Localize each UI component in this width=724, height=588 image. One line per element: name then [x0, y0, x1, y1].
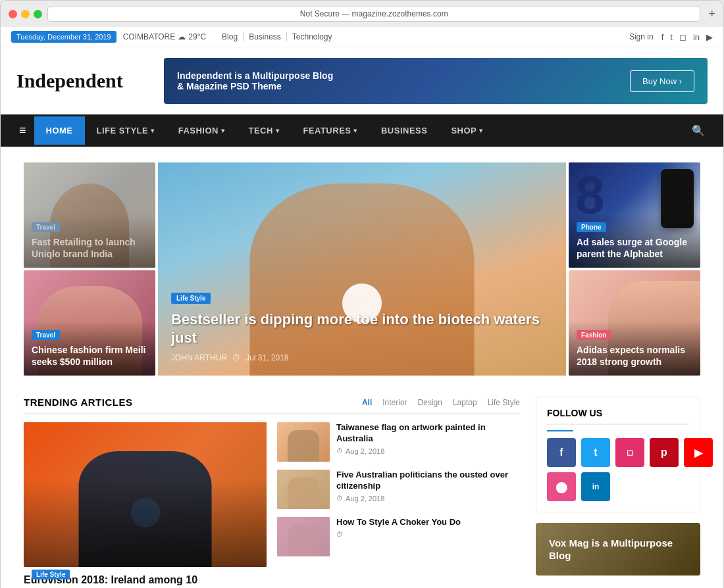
hero-card-3[interactable]: Travel Chinese fashion firm Meili seeks … — [24, 270, 155, 376]
trending-item-2-info: Five Australian politicians the ousted o… — [336, 470, 520, 502]
hero-card-2-overlay: Phone Ad sales surge at Google parent th… — [569, 213, 700, 268]
twitter-button[interactable]: t — [581, 438, 610, 467]
pinterest-button[interactable]: p — [650, 438, 679, 467]
trending-item-2-title: Five Australian politicians the ousted o… — [336, 470, 520, 492]
follow-divider — [547, 430, 573, 431]
nav-fashion-label: FASHION — [178, 126, 219, 135]
list-item[interactable]: Five Australian politicians the ousted o… — [277, 470, 520, 509]
filter-all[interactable]: All — [362, 398, 372, 407]
trending-item-2-date: Aug 2, 2018 — [346, 495, 384, 502]
trending-item-3-meta: ⏱ — [336, 531, 520, 538]
trending-item-2-meta: ⏱ Aug 2, 2018 — [336, 495, 520, 502]
hero-card-4-overlay: Fashion Adidas expects normalis 2018 str… — [569, 321, 700, 376]
banner-buy-button[interactable]: Buy Now › — [630, 70, 694, 92]
filter-interior[interactable]: Interior — [382, 398, 407, 407]
nav-features-label: FEATURES — [303, 126, 351, 135]
hamburger-menu[interactable]: ≡ — [11, 114, 34, 147]
dribbble-button[interactable]: ⬤ — [547, 472, 576, 501]
nav-tech[interactable]: TECH ▾ — [236, 116, 291, 145]
nav-shop[interactable]: SHOP ▾ — [439, 116, 494, 145]
minimize-button[interactable] — [21, 10, 30, 18]
maximize-button[interactable] — [34, 10, 42, 18]
trending-filters: All Interior Design Laptop Life Style — [362, 398, 520, 407]
topbar-youtube-link[interactable]: ▶ — [706, 32, 713, 42]
hero-card-3-tag: Travel — [32, 330, 60, 340]
nav-search-button[interactable]: 🔍 — [684, 115, 713, 146]
nav-lifestyle-label: LIFE STYLE — [97, 126, 149, 135]
trending-item-1-date: Aug 2, 2018 — [346, 447, 384, 455]
main-navbar: ≡ HOME LIFE STYLE ▾ FASHION ▾ TECH ▾ — [1, 114, 723, 147]
instagram-button[interactable]: ◻ — [615, 438, 644, 467]
linkedin-button[interactable]: in — [581, 472, 610, 501]
hero-center-meta: JOHN ARTHUR ⏱ Jul 31, 2018 — [171, 353, 553, 362]
nav-home[interactable]: HOME — [34, 116, 85, 145]
close-button[interactable] — [9, 10, 17, 18]
filter-laptop[interactable]: Laptop — [453, 398, 477, 407]
trending-item-1-image — [277, 422, 330, 462]
website-content: Tuesday, December 31, 2019 COIMBATORE ☁ … — [1, 27, 723, 588]
hero-grid: Travel Fast Retailing to launch Uniqlo b… — [24, 162, 700, 376]
list-item[interactable]: How To Style A Choker You Do ⏱ — [277, 517, 520, 556]
body-layout: TRENDING ARTICLES All Interior Design La… — [24, 397, 700, 587]
weather-icon: ☁ — [178, 32, 186, 41]
youtube-button[interactable]: ▶ — [684, 438, 713, 467]
filter-design[interactable]: Design — [418, 398, 442, 407]
sidebar: FOLLOW US f t ◻ p ▶ ⬤ in — [536, 397, 700, 587]
trending-featured-image — [24, 422, 267, 567]
hero-card-4-tag: Fashion — [577, 330, 611, 340]
hero-card-2[interactable]: 8 Phone Ad sales surge at Google parent … — [569, 162, 700, 268]
temperature-text: 29°C — [188, 32, 206, 41]
hero-card-1-title: Fast Retailing to launch Uniqlo brand In… — [32, 236, 147, 260]
topbar-nav: Blog Business Technology — [217, 32, 337, 41]
site-logo[interactable]: Independent — [16, 70, 148, 92]
trending-featured-article[interactable]: Life Style Eurovision 2018: Ireland amon… — [24, 422, 267, 587]
trending-item-2-image — [277, 470, 330, 509]
hero-center-date: Jul 31, 2018 — [246, 353, 288, 362]
trending-section: TRENDING ARTICLES All Interior Design La… — [24, 397, 520, 587]
topbar-facebook-link[interactable]: f — [661, 32, 664, 42]
nav-business[interactable]: BUSINESS — [369, 116, 439, 145]
browser-dots — [9, 10, 42, 18]
new-tab-button[interactable]: + — [708, 7, 715, 21]
trending-item-1-title: Taiwanese flag on artwork painted in Aus… — [336, 422, 520, 445]
banner-line1: Independent is a Multipurpose Blog — [177, 70, 333, 81]
topbar: Tuesday, December 31, 2019 COIMBATORE ☁ … — [1, 27, 723, 47]
filter-lifestyle[interactable]: Life Style — [488, 398, 520, 407]
nav-fashion[interactable]: FASHION ▾ — [167, 116, 237, 145]
nav-lifestyle[interactable]: LIFE STYLE ▾ — [85, 116, 167, 145]
list-item[interactable]: Taiwanese flag on artwork painted in Aus… — [277, 422, 520, 462]
follow-title: FOLLOW US — [547, 408, 689, 425]
header-banner: Independent is a Multipurpose Blog & Mag… — [164, 58, 708, 104]
topbar-linkedin-link[interactable]: in — [693, 32, 700, 42]
sidebar-advertisement[interactable]: Vox Mag is a Multipurpose Blog — [536, 523, 700, 576]
topbar-technology-link[interactable]: Technology — [287, 32, 338, 41]
signin-link[interactable]: Sign in — [629, 32, 654, 41]
nav-business-label: BUSINESS — [381, 126, 427, 135]
trending-item-3-info: How To Style A Choker You Do ⏱ — [336, 517, 520, 538]
address-bar[interactable]: Not Secure — magazine.zozothemes.com — [47, 6, 700, 22]
hero-card-3-overlay: Travel Chinese fashion firm Meili seeks … — [24, 321, 155, 376]
banner-text: Independent is a Multipurpose Blog & Mag… — [177, 70, 333, 91]
nav-features[interactable]: FEATURES ▾ — [291, 116, 369, 145]
chevron-down-icon: ▾ — [151, 127, 155, 134]
hero-card-1[interactable]: Travel Fast Retailing to launch Uniqlo b… — [24, 162, 155, 268]
nav-shop-label: SHOP — [451, 126, 477, 135]
hero-card-3-title: Chinese fashion firm Meili seeks $500 mi… — [32, 344, 147, 368]
trending-item-1-meta: ⏱ Aug 2, 2018 — [336, 447, 520, 455]
social-grid: f t ◻ p ▶ — [547, 438, 689, 467]
hero-card-4[interactable]: Fashion Adidas expects normalis 2018 str… — [569, 270, 700, 376]
topbar-blog-link[interactable]: Blog — [217, 32, 244, 41]
facebook-button[interactable]: f — [547, 438, 576, 467]
hero-card-center[interactable]: Life Style Bestseller is dipping more to… — [158, 162, 566, 376]
main-content: Travel Fast Retailing to launch Uniqlo b… — [13, 147, 711, 588]
clock-icon: ⏱ — [336, 531, 343, 538]
chevron-down-icon: ▾ — [479, 127, 483, 134]
topbar-business-link[interactable]: Business — [244, 32, 287, 41]
trending-list: Taiwanese flag on artwork painted in Aus… — [277, 422, 520, 587]
hero-card-1-overlay: Travel Fast Retailing to launch Uniqlo b… — [24, 213, 155, 268]
chevron-down-icon: ▾ — [221, 127, 225, 134]
trending-featured-tag: Life Style — [32, 570, 70, 579]
topbar-instagram-link[interactable]: ◻ — [679, 32, 686, 42]
topbar-twitter-link[interactable]: t — [670, 32, 673, 42]
trending-title: TRENDING ARTICLES — [24, 397, 132, 408]
